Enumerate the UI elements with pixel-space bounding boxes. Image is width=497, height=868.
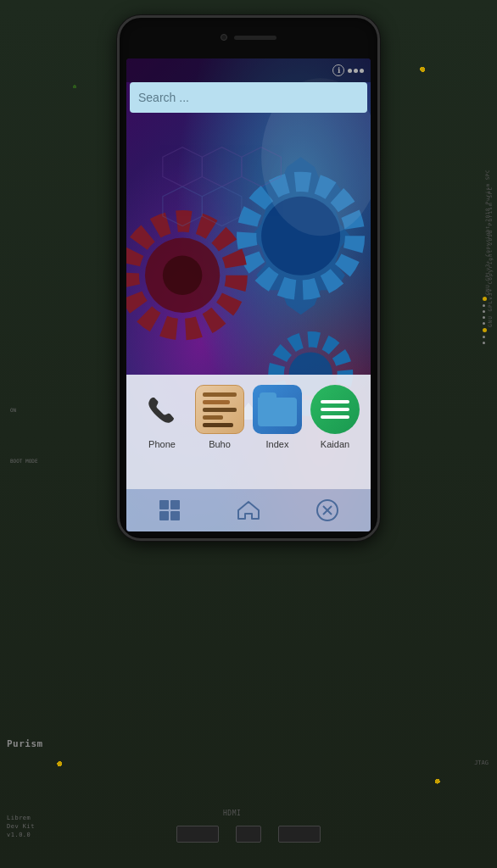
- app-item-phone[interactable]: Phone: [137, 385, 187, 449]
- phone-screen: ℹ Search ...: [126, 58, 371, 531]
- speaker: [234, 36, 276, 40]
- boot-mode-label: BOOT MODE: [10, 458, 38, 464]
- index-app-icon: [253, 385, 302, 434]
- apps-grid-button[interactable]: [151, 493, 188, 527]
- index-app-label: Index: [266, 439, 289, 449]
- home-button[interactable]: [230, 493, 267, 527]
- hdmi-label: HDMI: [223, 810, 241, 817]
- pcb-board: Purism Librem Dev Kit v1.0.0 GNU GPLv3+ …: [0, 0, 497, 868]
- buho-app-label: Buho: [209, 439, 231, 449]
- svg-marker-7: [163, 147, 203, 187]
- kaidan-app-label: Kaidan: [321, 439, 349, 449]
- kaidan-app-icon: [310, 385, 360, 434]
- on-label: ON: [10, 407, 16, 413]
- devkit-label: Dev Kit: [7, 823, 35, 830]
- folder-icon: [258, 392, 297, 426]
- app-tray: Phone Buho: [126, 375, 371, 489]
- phone-notch: [198, 25, 299, 50]
- phone-app-icon: [137, 385, 187, 434]
- search-placeholder: Search ...: [138, 91, 189, 104]
- purism-label: Purism: [7, 738, 43, 749]
- grid-icon: [159, 500, 180, 520]
- kaidan-lines: [312, 390, 358, 429]
- jtag-label: JTAG: [474, 760, 489, 766]
- bottom-nav: [126, 489, 371, 531]
- app-item-index[interactable]: Index: [253, 385, 302, 449]
- info-icon: ℹ: [332, 64, 344, 76]
- close-icon: [316, 498, 339, 522]
- phone-device: ℹ Search ...: [117, 15, 380, 541]
- front-camera: [221, 34, 227, 41]
- svg-point-4: [163, 256, 203, 296]
- svg-marker-8: [202, 147, 241, 187]
- bottom-connectors: [176, 826, 321, 843]
- phone-icon: [144, 392, 180, 427]
- buho-stripes: [196, 386, 243, 434]
- home-icon: [237, 498, 260, 522]
- app-item-buho[interactable]: Buho: [195, 385, 244, 449]
- left-connector: [0, 0, 15, 170]
- buho-app-icon: [195, 385, 244, 434]
- phone-app-label: Phone: [148, 439, 176, 449]
- status-bar: ℹ: [126, 58, 371, 82]
- version-label: v1.0.0: [7, 832, 31, 838]
- app-item-kaidan[interactable]: Kaidan: [310, 385, 360, 449]
- search-bar[interactable]: Search ...: [130, 82, 367, 113]
- librem-label: Librem: [7, 815, 31, 821]
- pcb-right-text: GNU GPLv3+ Copyright 2018 Purism SPC: [487, 186, 493, 327]
- close-button[interactable]: [309, 493, 346, 527]
